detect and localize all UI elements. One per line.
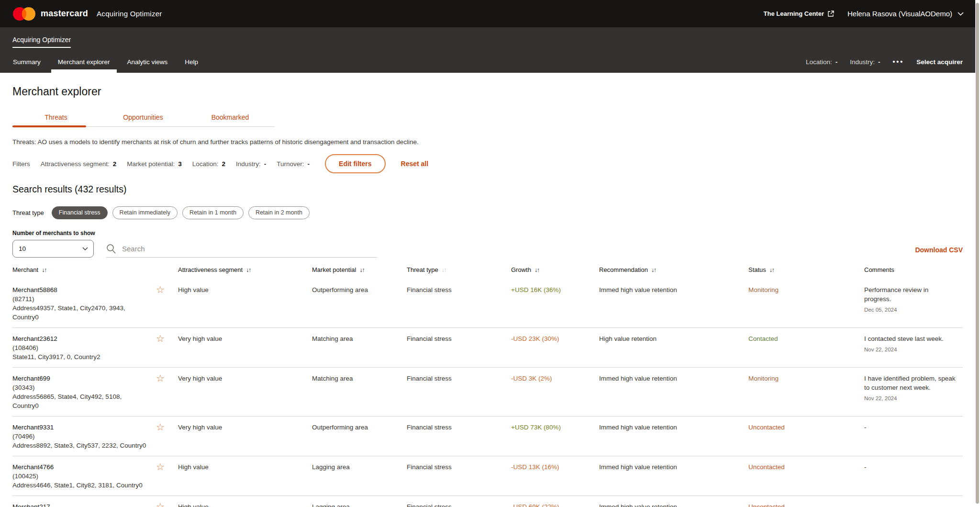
sort-icon: ↓↑ [769,267,774,273]
edit-filters-button[interactable]: Edit filters [325,154,385,173]
comment-text: Performance review in progress. [864,285,956,304]
recommendation-value: Immed high value retention [599,285,748,294]
comment-date: Dec 05, 2024 [864,305,956,315]
search-icon [106,244,116,254]
column-attractiveness-segment[interactable]: Attractiveness segment↓↑ [178,266,312,273]
table-row[interactable]: Merchant699 (30343) Address56865, State4… [12,368,963,417]
filters-bar: Filters Attractiveness segment:2 Market … [12,154,963,173]
chevron-down-icon [958,12,964,16]
vertical-scrollbar[interactable] [975,0,980,507]
more-options-icon[interactable]: ••• [892,58,904,66]
recommendation-value: Immed high value retention [599,462,748,472]
column-threat-type[interactable]: Threat type↓↑ [407,266,511,273]
app-window: mastercard Acquiring Optimizer The Learn… [0,0,975,507]
attractiveness-segment-value: Very high value [178,423,312,432]
chip-retain-2-month[interactable]: Retain in 2 month [248,206,310,219]
sort-icon: ↓↑ [42,267,46,273]
sub-navigation: Acquiring Optimizer Summary Merchant exp… [0,27,975,73]
comment-date: Nov 22, 2024 [864,394,956,403]
bookmark-star-icon[interactable]: ☆ [156,285,165,294]
tab-merchant-explorer[interactable]: Merchant explorer [51,51,117,73]
threat-type-value: Financial stress [407,462,511,472]
scrollbar-thumb[interactable] [976,3,979,504]
filter-turnover: Turnover:- [277,160,310,168]
threat-type-label: Threat type [12,209,44,216]
product-tab[interactable]: Acquiring Optimizer [12,36,71,48]
search-input[interactable] [122,245,377,253]
growth-value: -USD 3K (2%) [511,374,599,383]
attractiveness-segment-value: High value [178,502,312,507]
market-potential-value: Matching area [312,334,407,343]
merchant-name[interactable]: Merchant23612 [12,334,149,343]
bookmark-star-icon[interactable]: ☆ [156,374,165,383]
explorer-tabs: Threats Opportunities Bookmarked [12,113,275,127]
sort-icon: ↓↑ [246,267,251,273]
status-value: Uncontacted [748,462,864,472]
status-value: Uncontacted [748,502,864,507]
column-recommendation[interactable]: Recommendation↓↑ [599,266,748,273]
merchant-address: Address8892, State3, City537, 2232, Coun… [12,441,149,450]
chip-financial-stress[interactable]: Financial stress [52,206,108,219]
table-header: Merchant↓↑ Attractiveness segment↓↑ Mark… [12,266,963,279]
filter-location: Location:2 [192,160,225,168]
select-acquirer-button[interactable]: Select acquirer [916,58,963,66]
learning-center-link[interactable]: The Learning Center [764,10,834,17]
chip-retain-immediately[interactable]: Retain immediately [112,206,178,219]
merchant-id: (30343) [12,383,149,392]
bookmark-star-icon[interactable]: ☆ [156,462,165,472]
table-row[interactable]: Merchant217 (66992) Address216, State0, … [12,496,963,507]
merchant-id: (108406) [12,343,149,352]
merchant-count-select[interactable]: 10 [12,240,94,258]
tab-help[interactable]: Help [178,51,205,73]
column-merchant[interactable]: Merchant↓↑ [12,266,156,273]
download-csv-button[interactable]: Download CSV [915,246,963,254]
table-row[interactable]: Merchant23612 (108406) State11, City3917… [12,328,963,368]
merchant-name[interactable]: Merchant58868 [12,285,149,294]
merchant-name[interactable]: Merchant217 [12,502,149,507]
status-value: Monitoring [748,374,864,383]
column-status[interactable]: Status↓↑ [748,266,864,273]
threat-type-value: Financial stress [407,423,511,432]
user-menu[interactable]: Helena Rasova (VisualAODemo) [847,10,964,18]
comment-text: I have identified problem, speak to cust… [864,374,956,392]
table-row[interactable]: Merchant9331 (70496) Address8892, State3… [12,417,963,456]
column-growth[interactable]: Growth↓↑ [511,266,599,273]
table-row[interactable]: Merchant4766 (100425) Address4646, State… [12,456,963,496]
merchant-name[interactable]: Merchant4766 [12,462,149,472]
table-row[interactable]: Merchant58868 (82711) Address49357, Stat… [12,279,963,328]
merchant-id: (70496) [12,432,149,441]
recommendation-value: High value retention [599,334,748,343]
merchant-name[interactable]: Merchant9331 [12,423,149,432]
merchant-address: State11, City3917, 0, Country2 [12,352,149,361]
growth-value: -USD 13K (16%) [511,462,599,472]
comment-text: I contacted steve last week. [864,334,956,343]
comment-text: - [864,462,956,472]
comment-text: - [864,423,956,432]
tab-analytic-views[interactable]: Analytic views [121,51,175,73]
sort-icon: ↓↑ [442,267,446,273]
tab-threats[interactable]: Threats [12,113,100,126]
merchant-name[interactable]: Merchant699 [12,374,149,383]
tab-opportunities[interactable]: Opportunities [100,113,187,126]
threats-description: Threats: AO uses a models to identify me… [12,138,963,146]
chevron-down-icon [82,247,88,251]
merchant-count-label: Number of merchants to show [12,230,963,237]
sort-icon: ↓↑ [535,267,539,273]
merchant-id: (82711) [12,294,149,304]
tab-bookmarked[interactable]: Bookmarked [187,113,274,126]
market-potential-value: Matching area [312,374,407,383]
bookmark-star-icon[interactable]: ☆ [156,502,165,507]
threat-type-value: Financial stress [407,502,511,507]
recommendation-value: Immed high value retention [599,423,748,432]
reset-all-button[interactable]: Reset all [401,160,429,168]
column-comments: Comments [864,266,963,273]
column-market-potential[interactable]: Market potential↓↑ [312,266,407,273]
status-value: Uncontacted [748,423,864,432]
search-results-heading: Search results (432 results) [12,184,963,195]
tab-summary[interactable]: Summary [6,51,47,73]
filter-attractiveness-segment: Attractiveness segment:2 [41,160,117,168]
chip-retain-1-month[interactable]: Retain in 1 month [182,206,244,219]
bookmark-star-icon[interactable]: ☆ [156,334,165,343]
status-value: Monitoring [748,285,864,294]
bookmark-star-icon[interactable]: ☆ [156,423,165,432]
